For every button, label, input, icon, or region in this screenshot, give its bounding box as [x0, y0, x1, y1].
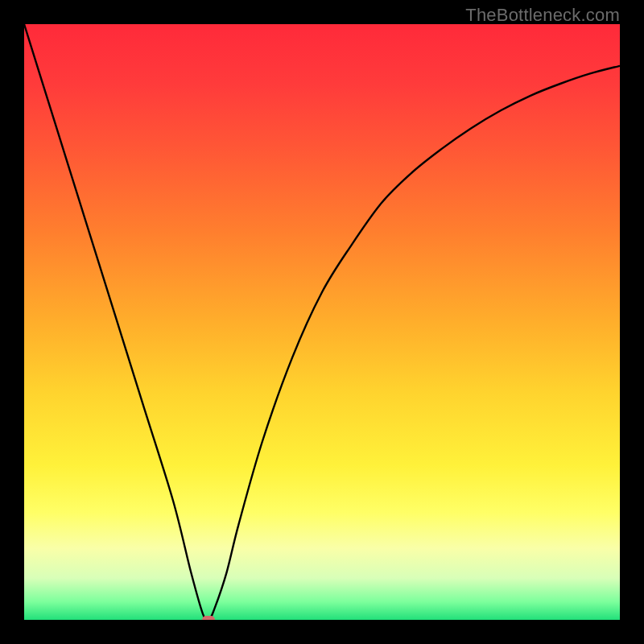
plot-area: [24, 24, 620, 620]
optimal-marker: [202, 616, 215, 620]
chart-frame: TheBottleneck.com: [0, 0, 644, 644]
bottleneck-curve: [24, 24, 620, 620]
curve-layer: [24, 24, 620, 620]
watermark-text: TheBottleneck.com: [465, 5, 620, 26]
